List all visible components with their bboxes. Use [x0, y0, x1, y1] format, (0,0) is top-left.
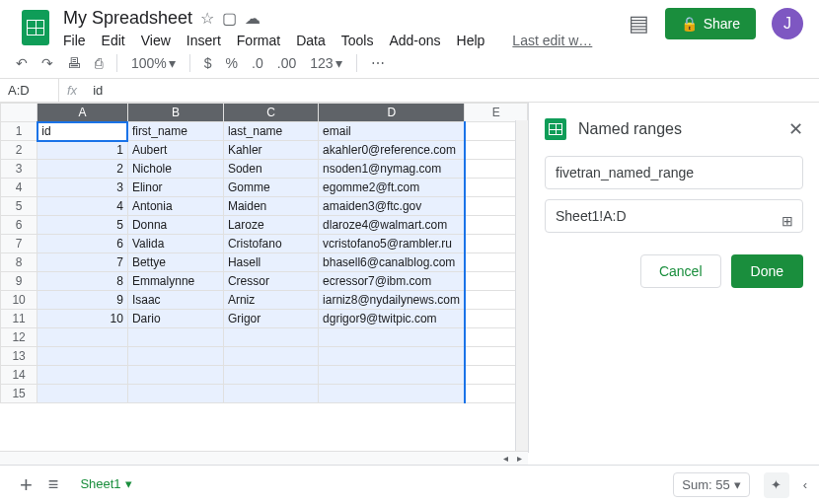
cell[interactable] [223, 328, 318, 347]
side-panel-toggle-icon[interactable]: ‹ [803, 477, 807, 492]
cell[interactable] [127, 328, 223, 347]
col-header-C[interactable]: C [223, 104, 318, 122]
cell[interactable] [465, 310, 528, 328]
redo-icon[interactable]: ↷ [41, 55, 53, 71]
cell[interactable]: egomme2@ft.com [319, 179, 465, 197]
add-sheet-button[interactable]: + [12, 472, 40, 498]
formula-input[interactable]: id [85, 79, 111, 102]
cell[interactable]: Valida [127, 235, 223, 253]
cell[interactable] [465, 291, 528, 310]
last-edit-link[interactable]: Last edit w… [512, 33, 592, 48]
cell[interactable] [127, 347, 223, 366]
cell[interactable]: first_name [127, 122, 223, 141]
cell[interactable]: iarniz8@nydailynews.com [319, 291, 465, 310]
menu-tools[interactable]: Tools [341, 33, 374, 48]
cell[interactable]: Hasell [223, 253, 318, 272]
col-header-B[interactable]: B [127, 104, 223, 122]
cloud-icon[interactable]: ☁ [245, 9, 261, 28]
row-header[interactable]: 2 [1, 141, 37, 160]
menu-format[interactable]: Format [237, 33, 280, 48]
row-header[interactable]: 15 [1, 385, 37, 403]
currency-icon[interactable]: $ [204, 55, 212, 71]
cell[interactable] [127, 385, 223, 403]
cell[interactable]: Grigor [223, 310, 318, 328]
cell[interactable]: Maiden [223, 197, 318, 216]
undo-icon[interactable]: ↶ [16, 55, 28, 71]
cell[interactable]: 2 [37, 160, 128, 179]
cell[interactable]: Laroze [223, 216, 318, 235]
all-sheets-button[interactable]: ≡ [40, 474, 67, 495]
row-header[interactable]: 5 [1, 197, 37, 216]
row-header[interactable]: 7 [1, 235, 37, 253]
col-header-D[interactable]: D [319, 104, 465, 122]
cell[interactable]: akahler0@reference.com [319, 141, 465, 160]
cell[interactable]: id [37, 122, 128, 141]
zoom-select[interactable]: 100%▾ [131, 55, 176, 71]
cell[interactable] [223, 347, 318, 366]
cell[interactable]: 8 [37, 272, 128, 291]
cell[interactable] [465, 179, 528, 197]
percent-icon[interactable]: % [226, 55, 238, 71]
cell[interactable]: ecressor7@ibm.com [319, 272, 465, 291]
row-header[interactable]: 8 [1, 253, 37, 272]
cancel-button[interactable]: Cancel [640, 254, 721, 288]
cell[interactable]: Elinor [127, 179, 223, 197]
comments-icon[interactable]: ▤ [629, 11, 649, 36]
menu-edit[interactable]: Edit [102, 33, 125, 48]
col-header-E[interactable]: E [465, 104, 528, 122]
cell[interactable]: Cristofano [223, 235, 318, 253]
cell[interactable] [465, 272, 528, 291]
cell[interactable] [37, 328, 128, 347]
star-icon[interactable]: ☆ [200, 9, 214, 28]
select-all-corner[interactable] [1, 104, 37, 122]
move-icon[interactable]: ▢ [222, 9, 237, 28]
cell[interactable]: 7 [37, 253, 128, 272]
spreadsheet-grid[interactable]: ABCDE 1idfirst_namelast_nameemail21Auber… [0, 103, 528, 453]
row-header[interactable]: 10 [1, 291, 37, 310]
cell[interactable]: Donna [127, 216, 223, 235]
cell[interactable] [319, 328, 465, 347]
menu-view[interactable]: View [141, 33, 171, 48]
num-format-select[interactable]: 123▾ [310, 55, 341, 71]
scroll-left-icon[interactable]: ◂ [498, 453, 512, 464]
cell[interactable] [37, 366, 128, 385]
cell[interactable]: 5 [37, 216, 128, 235]
cell[interactable] [465, 216, 528, 235]
cell[interactable]: amaiden3@ftc.gov [319, 197, 465, 216]
cell[interactable]: Cressor [223, 272, 318, 291]
cell[interactable] [223, 385, 318, 403]
row-header[interactable]: 4 [1, 179, 37, 197]
cell[interactable] [465, 347, 528, 366]
cell[interactable]: bhasell6@canalblog.com [319, 253, 465, 272]
increase-decimal-icon[interactable]: .00 [277, 55, 296, 71]
range-reference-input[interactable] [545, 199, 803, 233]
menu-help[interactable]: Help [457, 33, 485, 48]
quicksum[interactable]: Sum: 55▾ [673, 472, 749, 497]
name-box[interactable]: A:D [0, 79, 59, 102]
range-name-input[interactable] [545, 156, 803, 189]
done-button[interactable]: Done [731, 254, 803, 288]
paint-format-icon[interactable]: ⎙ [95, 55, 103, 71]
menu-file[interactable]: File [63, 33, 86, 48]
cell[interactable] [465, 141, 528, 160]
cell[interactable]: 3 [37, 179, 128, 197]
cell[interactable]: Gomme [223, 179, 318, 197]
cell[interactable]: Nichole [127, 160, 223, 179]
select-range-icon[interactable]: ⊞ [782, 213, 793, 229]
cell[interactable]: last_name [223, 122, 318, 141]
cell[interactable] [319, 385, 465, 403]
cell[interactable]: dgrigor9@twitpic.com [319, 310, 465, 328]
cell[interactable]: Antonia [127, 197, 223, 216]
cell[interactable]: dlaroze4@walmart.com [319, 216, 465, 235]
print-icon[interactable]: 🖶 [67, 55, 81, 71]
cell[interactable]: Dario [127, 310, 223, 328]
doc-title[interactable]: My Spreadsheet [63, 8, 192, 29]
cell[interactable] [37, 347, 128, 366]
cell[interactable]: Arniz [223, 291, 318, 310]
row-header[interactable]: 14 [1, 366, 37, 385]
cell[interactable] [319, 347, 465, 366]
cell[interactable]: 6 [37, 235, 128, 253]
row-header[interactable]: 1 [1, 122, 37, 141]
menu-add-ons[interactable]: Add-ons [389, 33, 440, 48]
cell[interactable] [465, 160, 528, 179]
